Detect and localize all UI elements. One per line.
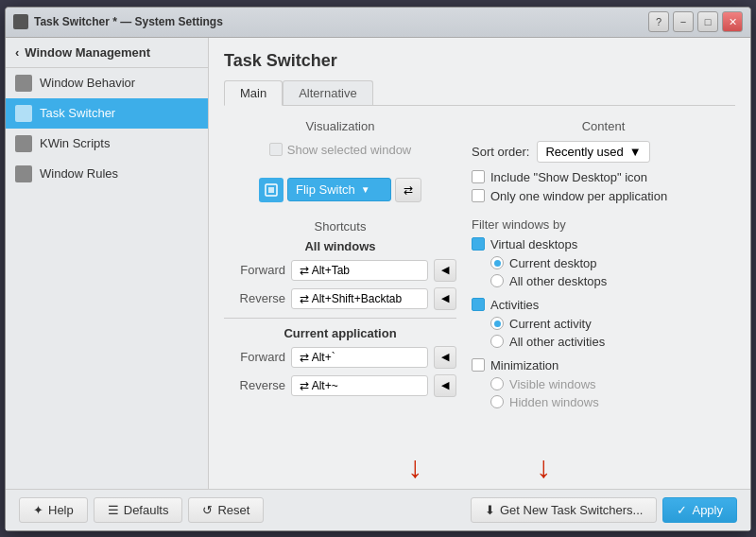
defaults-icon: ☰ [108, 503, 119, 517]
shortcuts-title: Shortcuts [224, 219, 456, 234]
back-arrow-icon: ‹ [15, 45, 19, 60]
download-icon: ⬇ [485, 503, 495, 517]
forward2-clear-button[interactable]: ◀ [434, 346, 456, 369]
main-window: Task Switcher * — System Settings ? − □ … [5, 7, 751, 531]
shortcuts-section: Shortcuts All windows Forward ⇄ Alt+Tab … [224, 219, 456, 403]
visible-windows-radio[interactable] [490, 377, 504, 390]
virtual-desktops-row: Virtual desktops [472, 237, 735, 251]
minimize-button[interactable]: − [673, 11, 694, 32]
maximize-button[interactable]: □ [697, 11, 718, 32]
hidden-windows-radio[interactable] [490, 395, 504, 408]
all-other-activities-row: All other activities [490, 335, 735, 349]
reverse1-label: Reverse [224, 291, 285, 305]
reverse1-clear-button[interactable]: ◀ [434, 287, 456, 310]
sidebar-item-task-switcher[interactable]: Task Switcher [6, 98, 208, 129]
right-arrow-indicator: ↓ [537, 450, 552, 485]
left-section: Visualization Show selected window [224, 119, 456, 448]
shortcut-row-reverse2: Reverse ⇄ Alt+~ ◀ [224, 374, 456, 397]
right-panel: Task Switcher Main Alternative Visualiza… [209, 38, 750, 489]
flip-switch-label: Flip Switch [296, 182, 355, 197]
defaults-label: Defaults [124, 503, 169, 517]
current-desktop-radio[interactable] [490, 256, 504, 269]
minimization-radio-group: Visible windows Hidden windows [490, 377, 735, 413]
window-rules-icon [15, 165, 32, 182]
current-desktop-label: Current desktop [509, 256, 597, 270]
minimization-checkbox[interactable] [472, 358, 485, 372]
hidden-windows-label: Hidden windows [509, 395, 599, 409]
activities-row: Activities [472, 298, 735, 312]
sidebar-item-window-behavior[interactable]: Window Behavior [6, 68, 208, 98]
activities-checkbox[interactable] [472, 298, 485, 311]
sort-dropdown-arrow-icon: ▼ [629, 145, 642, 159]
config-icon: ⇄ [404, 183, 413, 197]
apply-label: Apply [692, 503, 723, 517]
task-switcher-icon [15, 105, 32, 122]
reset-button[interactable]: ↺ Reset [188, 497, 264, 523]
defaults-button[interactable]: ☰ Defaults [94, 497, 183, 523]
sidebar-item-label: KWin Scripts [40, 136, 110, 150]
get-new-button[interactable]: ⬇ Get New Task Switchers... [471, 497, 657, 523]
help-button[interactable]: ? [648, 11, 669, 32]
main-content: ‹ Window Management Window Behavior Task… [6, 38, 750, 489]
flip-switch-row: Flip Switch ▼ ⇄ [224, 178, 456, 202]
apply-check-icon: ✓ [677, 503, 687, 517]
flip-switch-dropdown[interactable]: Flip Switch ▼ [287, 178, 391, 201]
arrows-row: ↓ ↓ [224, 452, 735, 487]
sort-order-dropdown[interactable]: Recently used ▼ [537, 141, 649, 163]
content-area: Visualization Show selected window [224, 119, 735, 448]
show-selected-checkbox[interactable] [269, 143, 283, 156]
sort-order-label: Sort order: [472, 145, 529, 159]
show-selected-row: Show selected window [224, 143, 456, 170]
show-selected-check-row: Show selected window [269, 143, 412, 157]
flip-switch-preview-icon [259, 178, 284, 202]
all-other-desktops-radio[interactable] [490, 274, 504, 287]
virtual-desktops-label: Virtual desktops [490, 237, 577, 251]
only-one-window-checkbox[interactable] [472, 189, 485, 202]
all-other-activities-radio[interactable] [490, 335, 504, 348]
include-desktop-checkbox[interactable] [472, 170, 485, 183]
app-icon [13, 14, 28, 29]
forward2-field[interactable]: ⇄ Alt+` [291, 347, 428, 368]
virtual-desktops-checkbox[interactable] [472, 237, 485, 251]
current-activity-row: Current activity [490, 317, 735, 331]
close-button[interactable]: ✕ [722, 11, 743, 32]
include-desktop-row: Include "Show Desktop" icon [472, 170, 735, 184]
current-activity-radio[interactable] [490, 317, 504, 330]
footer: ✦ Help ☰ Defaults ↺ Reset ⬇ Get New Task… [6, 489, 750, 530]
only-one-window-row: Only one window per application [472, 189, 735, 203]
activities-label: Activities [490, 298, 539, 312]
shortcut-row-forward1: Forward ⇄ Alt+Tab ◀ [224, 259, 456, 282]
titlebar-left: Task Switcher * — System Settings [13, 14, 223, 29]
get-new-label: Get New Task Switchers... [500, 503, 643, 517]
footer-left: ✦ Help ☰ Defaults ↺ Reset [19, 497, 264, 523]
sidebar-item-kwin-scripts[interactable]: KWin Scripts [6, 129, 208, 159]
reset-label: Reset [217, 503, 249, 517]
forward1-field[interactable]: ⇄ Alt+Tab [291, 260, 428, 281]
forward2-value: ⇄ Alt+` [300, 351, 335, 364]
visible-windows-label: Visible windows [509, 377, 596, 391]
current-desktop-row: Current desktop [490, 256, 735, 270]
sidebar-item-label: Window Behavior [40, 76, 135, 90]
forward1-clear-button[interactable]: ◀ [434, 259, 456, 282]
window-title: Task Switcher * — System Settings [34, 15, 223, 28]
tab-main[interactable]: Main [224, 80, 283, 106]
all-windows-title: All windows [224, 239, 456, 253]
all-other-desktops-label: All other desktops [509, 274, 607, 288]
apply-button[interactable]: ✓ Apply [662, 497, 737, 523]
tab-alternative[interactable]: Alternative [283, 80, 372, 105]
sidebar-item-window-rules[interactable]: Window Rules [6, 159, 208, 189]
reverse2-field[interactable]: ⇄ Alt+~ [291, 375, 428, 396]
sidebar-back-button[interactable]: ‹ Window Management [6, 38, 208, 68]
all-other-desktops-row: All other desktops [490, 274, 735, 288]
sidebar-back-label: Window Management [25, 45, 150, 60]
current-activity-label: Current activity [509, 317, 592, 331]
reverse1-field[interactable]: ⇄ Alt+Shift+Backtab [291, 288, 428, 309]
reverse2-clear-button[interactable]: ◀ [434, 374, 456, 397]
reverse2-value: ⇄ Alt+~ [300, 379, 338, 392]
kwin-scripts-icon [15, 135, 32, 152]
titlebar-controls: ? − □ ✕ [648, 11, 743, 32]
switch-config-button[interactable]: ⇄ [395, 178, 421, 202]
help-icon: ✦ [33, 503, 43, 517]
hidden-windows-row: Hidden windows [490, 395, 735, 409]
help-button[interactable]: ✦ Help [19, 497, 88, 523]
